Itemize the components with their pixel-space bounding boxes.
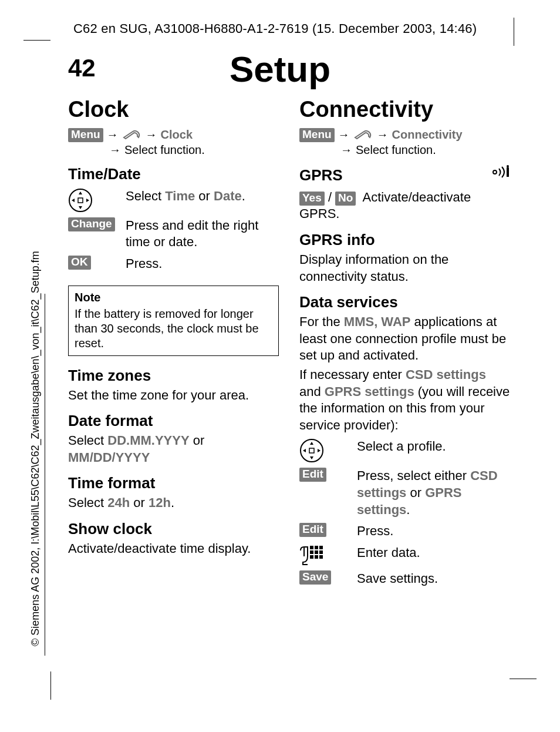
instruction-row: Edit Press, select either CSD settings o… [299,468,510,518]
change-softkey[interactable]: Change [68,217,115,231]
arrow-right-icon: → [338,128,350,142]
wrench-icon [122,129,142,141]
crop-mark [510,679,537,679]
heading-data-services: Data services [299,293,510,311]
side-rule [45,294,45,656]
svg-marker-3 [79,206,82,209]
instruction-row: Change Press and edit the right time or … [68,217,279,251]
svg-point-8 [507,165,509,167]
page-title: Setup [0,48,560,90]
heading-show-clock: Show clock [68,520,279,538]
text: For the MMS, WAP applications at least o… [299,314,510,364]
note-box: Note If the battery is removed for longe… [68,286,279,356]
instruction-row: Edit Press. [299,523,510,540]
breadcrumb-sub: → Select function. [68,143,279,157]
arrow-right-icon: → [340,143,352,157]
term-csd-settings: CSD settings [406,367,486,382]
nav-key-icon [68,188,93,213]
crop-mark [50,671,51,700]
term-mms-wap: MMS, WAP [344,314,411,329]
heading-clock: Clock [68,97,279,122]
breadcrumb-sub: → Select function. [299,143,510,157]
breadcrumb-select: Select function. [124,143,205,157]
svg-marker-2 [79,192,82,194]
heading-connectivity: Connectivity [299,97,510,122]
no-softkey[interactable]: No [335,192,356,206]
text: Set the time zone for your area. [68,387,279,404]
heading-date-format: Date format [68,412,279,430]
text: or [195,189,214,203]
nav-key-icon [299,438,324,463]
text: . [242,189,245,203]
svg-marker-5 [86,199,89,202]
term-ddmmyyyy: DD.MM.YYYY [107,433,189,448]
heading-time-date: Time/Date [68,165,279,183]
ok-softkey[interactable]: OK [68,256,91,270]
svg-marker-4 [72,199,75,202]
note-body: If the battery is removed for longer tha… [75,307,272,351]
yes-softkey[interactable]: Yes [299,192,325,206]
term-12h: 12h [149,495,171,510]
svg-rect-10 [309,448,314,453]
text: Activate/deactivate time display. [68,540,279,558]
text: / [325,190,335,204]
arrow-right-icon: → [107,128,119,142]
svg-rect-17 [319,546,323,549]
gprs-toggle-line: Yes / No Activate/deactivate GPRS. [299,189,510,223]
term-time: Time [165,189,195,203]
crop-mark [23,40,50,41]
svg-rect-19 [315,550,318,554]
text: Press and edit the right time or date. [126,217,279,251]
text: Press. [357,523,510,540]
text: Select [126,189,165,203]
svg-rect-7 [507,167,509,177]
heading-time-zones: Time zones [68,367,279,385]
svg-rect-22 [315,555,318,559]
instruction-row: Enter data. [299,545,510,566]
text: and [299,384,325,399]
term-24h: 24h [107,495,130,510]
svg-marker-11 [310,442,313,445]
term-mmddyyyy: MM/DD/YYYY [68,450,150,465]
svg-rect-23 [319,555,323,559]
text: or [190,433,205,448]
text: or [130,495,149,510]
crop-mark [514,18,514,46]
menu-softkey[interactable]: Menu [299,128,335,142]
term-date: Date [214,189,242,203]
instruction-row: OK Press. [68,256,279,273]
text: If necessary enter CSD settings and GPRS… [299,367,510,434]
text: Select [68,495,107,510]
save-softkey[interactable]: Save [299,570,331,585]
breadcrumb-end: Connectivity [392,128,463,142]
edit-softkey[interactable]: Edit [299,523,326,537]
instruction-row: Save Save settings. [299,570,510,587]
text: Display information on the connectivity … [299,251,510,285]
svg-rect-16 [315,546,318,549]
svg-rect-1 [78,198,83,203]
edit-softkey[interactable]: Edit [299,468,326,482]
left-column: Clock Menu → → Clock → Select function. … [68,97,279,673]
svg-rect-15 [310,546,313,549]
instruction-row: Select Time or Date. [68,188,279,213]
note-title: Note [75,291,272,304]
keypad-icon [299,545,323,566]
svg-marker-12 [310,456,313,459]
term-gprs-settings: GPRS settings [325,384,414,399]
svg-rect-21 [310,555,313,559]
text: Press, select either [357,468,470,483]
gprs-signal-icon [489,165,510,179]
text: For the [299,314,344,329]
svg-rect-20 [319,550,323,554]
text: . [171,495,174,510]
text: Press. [126,256,279,273]
copyright-side: © Siemens AG 2002, I:\Mobil\L55\C62\C62_… [29,251,42,646]
text: Save settings. [357,570,510,587]
instruction-row: Select a profile. [299,438,510,463]
arrow-right-icon: → [146,128,157,142]
text: Select 24h or 12h. [68,495,279,512]
right-column: Connectivity Menu → → Connectivity → Sel… [299,97,510,673]
svg-marker-13 [303,449,306,452]
menu-softkey[interactable]: Menu [68,128,103,142]
breadcrumb-select: Select function. [356,143,436,157]
